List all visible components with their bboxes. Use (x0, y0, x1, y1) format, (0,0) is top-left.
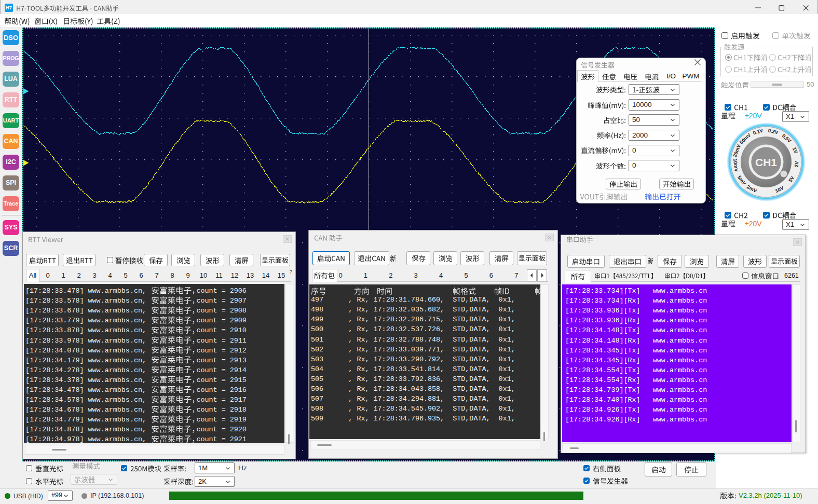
svg-text:2V: 2V (794, 160, 800, 167)
svg-text:CH1: CH1 (755, 156, 777, 168)
